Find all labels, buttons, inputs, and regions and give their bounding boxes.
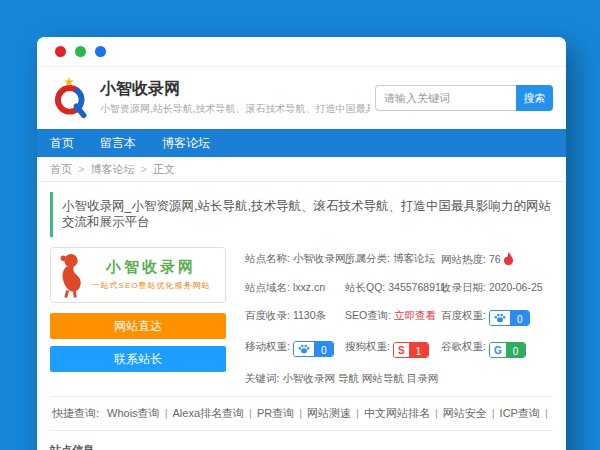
field-label: 关键词: (245, 372, 279, 384)
window-dot-red (55, 46, 66, 57)
contact-webmaster-button[interactable]: 联系站长 (50, 346, 226, 372)
field-label: 搜狗权重: (345, 340, 390, 352)
badge-value: 0 (510, 311, 530, 325)
heat-field: 网站热度:76 (441, 252, 553, 267)
google-weight-field: 谷歌权重:G0 (441, 340, 553, 359)
banner-title: 小智收录网 (84, 258, 218, 277)
field-label: 站点域名: (245, 281, 290, 293)
quick-query-link[interactable]: 中文网站排名 (364, 407, 430, 419)
badge-value: 0 (314, 342, 334, 356)
sogou-weight-field: 搜狗权重:S1 (345, 340, 441, 359)
field-label: 站长QQ: (345, 281, 385, 293)
nav-item[interactable]: 留言本 (100, 135, 136, 152)
site-tagline: 小智资源网,站长导航,技术导航、滚石技术导航、打造中国最具影响力的网站交流和..… (100, 102, 370, 116)
field-label: 谷歌权重: (441, 340, 486, 352)
flame-icon (503, 252, 514, 265)
quick-query-link[interactable]: PR查询 (257, 407, 294, 419)
keywords-field: 关键词:小智收录网 导航 网站导航 目录网 (245, 372, 553, 386)
site-logo-icon[interactable] (50, 77, 90, 119)
date-field: 收录日期:2020-06-25 (441, 281, 553, 295)
separator: | (249, 407, 252, 419)
page-background: 小智收录网 小智资源网,站长导航,技术导航、滚石技术导航、打造中国最具影响力的网… (0, 0, 600, 450)
visit-site-button[interactable]: 网站直达 (50, 313, 226, 339)
qq-value: 3455768911 (388, 281, 446, 293)
baidu-weight-field: 百度权重:0 (441, 309, 553, 326)
search-input[interactable] (375, 85, 516, 111)
quick-query-link[interactable]: Whois查询 (107, 407, 160, 419)
badge-value: 1 (409, 343, 429, 357)
domain-field: 站点域名:lxxz.cn (245, 281, 345, 295)
qq-field: 站长QQ:3455768911 (345, 281, 441, 295)
separator: | (165, 407, 168, 419)
quick-query-link[interactable]: 网站测速 (307, 407, 351, 419)
category-link[interactable]: 博客论坛 (393, 252, 435, 264)
breadcrumb-item[interactable]: 博客论坛 (90, 162, 134, 177)
window-dot-blue (95, 46, 106, 57)
field-label: 百度权重: (441, 309, 486, 321)
banner-subtitle: 一站式SEO整站优化服务网站 (84, 280, 218, 291)
site-details-section: 站点信息 站点域名:lxxz.cn 站点标题:小智收录网_小智资源网,站长导航,… (50, 443, 553, 450)
field-label: 网站热度: (441, 253, 486, 265)
site-preview-column: 小智收录网 一站式SEO整站优化服务网站 网站直达 联系站长 (50, 247, 226, 387)
quick-query-label: 快捷查询: (52, 407, 99, 419)
baidu-weight-badge[interactable]: 0 (489, 310, 531, 326)
main-content: 小智收录网_小智资源网,站长导航,技术导航、滚石技术导航、打造中国最具影响力的网… (37, 182, 566, 450)
sogou-icon: S (394, 343, 409, 357)
field-label: 所属分类: (345, 252, 390, 264)
breadcrumb-item[interactable]: 正文 (153, 162, 175, 177)
category-field: 所属分类:博客论坛 (345, 252, 441, 267)
banner-text: 小智收录网 一站式SEO整站优化服务网站 (84, 258, 218, 291)
keywords-value: 小智收录网 导航 网站导航 目录网 (282, 372, 438, 384)
seo-query-link[interactable]: 立即查看 (394, 309, 436, 321)
article-title: 小智收录网_小智资源网,站长导航,技术导航、滚石技术导航、打造中国最具影响力的网… (50, 192, 553, 237)
quick-query-bar: 快捷查询:Whois查询|Alexa排名查询|PR查询|网站测速|中文网站排名|… (50, 396, 553, 431)
separator: > (140, 163, 146, 175)
google-icon: G (490, 343, 506, 357)
separator: | (545, 407, 548, 419)
separator: | (492, 407, 495, 419)
nav-item[interactable]: 博客论坛 (162, 135, 210, 152)
domain-value: lxxz.cn (293, 281, 325, 293)
site-title-block: 小智收录网 小智资源网,站长导航,技术导航、滚石技术导航、打造中国最具影响力的网… (100, 80, 370, 116)
separator: | (299, 407, 302, 419)
site-banner-image[interactable]: 小智收录网 一站式SEO整站优化服务网站 (50, 247, 226, 303)
site-header: 小智收录网 小智资源网,站长导航,技术导航、滚石技术导航、打造中国最具影响力的网… (37, 67, 566, 129)
mascot-icon (58, 252, 84, 298)
site-name-field: 站点名称:小智收录网_... (245, 252, 345, 267)
window-dot-green (75, 46, 86, 57)
field-label: SEO查询: (345, 309, 391, 321)
mobile-weight-field: 移动权重:0 (245, 340, 345, 359)
field-label: 移动权重: (245, 340, 290, 352)
breadcrumb-item[interactable]: 首页 (50, 162, 72, 177)
window-titlebar (37, 37, 566, 67)
separator: | (356, 407, 359, 419)
baidu-paw-icon (490, 311, 510, 325)
nav-item[interactable]: 首页 (50, 135, 74, 152)
baidu-index-value: 1130条 (293, 309, 326, 321)
separator: | (435, 407, 438, 419)
quick-query-link[interactable]: ICP查询 (500, 407, 540, 419)
quick-query-link[interactable]: 网站安全 (443, 407, 487, 419)
search-button[interactable]: 搜索 (516, 85, 553, 111)
site-name: 小智收录网 (100, 80, 370, 98)
seo-query-field: SEO查询:立即查看 (345, 309, 441, 326)
breadcrumb: 首页>博客论坛>正文 (37, 157, 566, 182)
date-value: 2020-06-25 (489, 281, 543, 293)
heat-value: 76 (489, 253, 501, 265)
field-label: 收录日期: (441, 281, 486, 293)
search-bar: 搜索 (375, 85, 553, 111)
google-pr-badge[interactable]: G0 (489, 342, 526, 358)
field-label: 站点名称: (245, 252, 290, 264)
baidu-index-field: 百度收录:1130条 (245, 309, 345, 326)
quick-query-link[interactable]: Alexa排名查询 (172, 407, 244, 419)
baidu-paw-icon (294, 342, 314, 356)
browser-window: 小智收录网 小智资源网,站长导航,技术导航、滚石技术导航、打造中国最具影响力的网… (37, 37, 566, 450)
mobile-weight-badge[interactable]: 0 (293, 341, 335, 357)
field-label: 百度收录: (245, 309, 290, 321)
main-nav: 首页留言本博客论坛 (37, 129, 566, 157)
site-info-grid: 站点名称:小智收录网_... 所属分类:博客论坛 网站热度:76 站点域名:lx… (245, 247, 553, 387)
sogou-weight-badge[interactable]: S1 (393, 342, 429, 358)
badge-value: 0 (506, 343, 526, 357)
separator: > (78, 163, 84, 175)
site-details-heading: 站点信息 (50, 443, 553, 450)
